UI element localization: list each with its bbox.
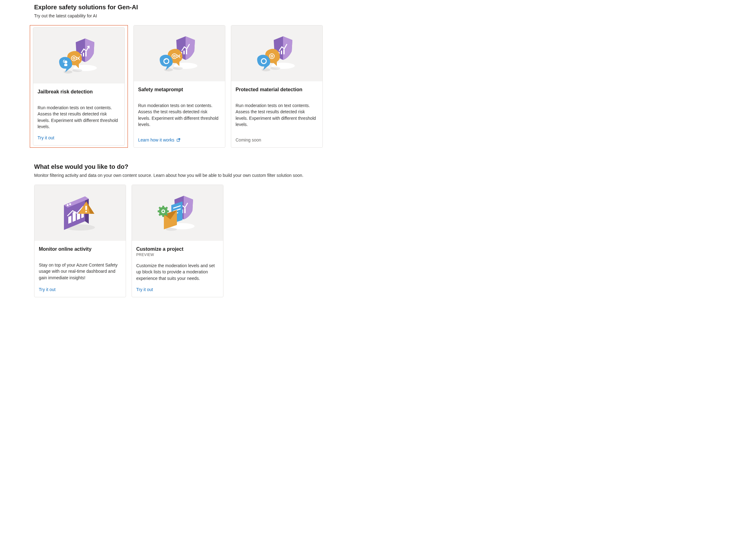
- svg-rect-5: [85, 51, 87, 56]
- coming-soon-label: Coming soon: [236, 137, 318, 142]
- svg-rect-4: [83, 53, 84, 56]
- section2-title: What else would you like to do?: [34, 163, 722, 170]
- svg-point-33: [85, 211, 87, 212]
- card-title: Monitor online activity: [39, 246, 121, 252]
- svg-point-35: [166, 228, 177, 231]
- card-customize-a-project[interactable]: Customize a project PREVIEW Customize th…: [131, 185, 223, 297]
- svg-point-8: [64, 60, 67, 64]
- learn-how-it-works-link[interactable]: Learn how it works: [138, 137, 221, 142]
- dashboard-icon: [55, 193, 105, 233]
- bubbles-shield-icon: [54, 36, 104, 76]
- card-description: Customize the moderation levels and set …: [136, 263, 219, 281]
- card-title: Safety metaprompt: [138, 87, 221, 93]
- svg-rect-45: [158, 210, 160, 212]
- svg-point-21: [262, 68, 270, 71]
- card-title: Protected material detection: [236, 87, 318, 93]
- section2-subtitle: Monitor filtering activity and data on y…: [34, 173, 722, 178]
- card-description: Run moderation tests on text contents. A…: [38, 105, 120, 130]
- try-it-out-link[interactable]: Try it out: [136, 287, 219, 292]
- svg-rect-43: [162, 206, 164, 207]
- svg-rect-14: [184, 50, 185, 54]
- card-protected-material-detection[interactable]: Protected material detection Run moderat…: [231, 25, 323, 148]
- card-hero-illustration: [134, 26, 225, 81]
- card-description: Run moderation tests on text contents. A…: [138, 103, 221, 127]
- card-jailbreak-risk-detection[interactable]: Jailbreak risk detection Run moderation …: [33, 27, 125, 145]
- preview-badge: PREVIEW: [136, 253, 219, 257]
- svg-rect-25: [283, 49, 285, 54]
- try-it-out-link[interactable]: Try it out: [39, 287, 121, 292]
- card-title: Jailbreak risk detection: [38, 89, 120, 95]
- card-hero-illustration: [132, 185, 223, 241]
- svg-rect-24: [281, 50, 282, 54]
- svg-rect-9: [64, 64, 67, 66]
- svg-point-30: [67, 204, 69, 206]
- svg-point-52: [162, 210, 164, 212]
- svg-point-2: [72, 69, 82, 72]
- svg-rect-38: [184, 208, 186, 213]
- card-hero-illustration: [231, 26, 323, 81]
- svg-rect-46: [167, 210, 169, 212]
- card-description: Run moderation tests on text contents. A…: [236, 103, 318, 127]
- customize-icon: [153, 193, 202, 233]
- svg-point-1: [64, 70, 72, 74]
- card-monitor-online-activity[interactable]: Monitor online activity Stay on top of y…: [34, 185, 126, 297]
- external-link-icon: [176, 138, 181, 142]
- try-it-out-link[interactable]: Try it out: [38, 135, 120, 140]
- svg-point-22: [270, 67, 280, 70]
- card-safety-metaprompt[interactable]: Safety metaprompt Run moderation tests o…: [133, 25, 225, 148]
- card-description: Stay on top of your Azure Content Safety…: [39, 262, 121, 281]
- section1-title: Explore safety solutions for Gen-AI: [34, 4, 722, 11]
- svg-point-31: [69, 203, 71, 205]
- card-title: Customize a project: [136, 246, 219, 252]
- svg-rect-32: [85, 206, 87, 210]
- card-hero-illustration: [33, 28, 124, 84]
- svg-point-11: [164, 68, 173, 71]
- bubbles-shield-icon: [252, 33, 302, 74]
- card-hero-illustration: [35, 185, 126, 241]
- section1-subtitle: Try out the latest capability for AI: [34, 13, 722, 18]
- link-label: Learn how it works: [138, 137, 175, 142]
- highlight-frame: Jailbreak risk detection Run moderation …: [30, 25, 128, 148]
- svg-point-12: [173, 67, 183, 70]
- svg-rect-44: [162, 215, 164, 217]
- svg-rect-15: [186, 49, 187, 54]
- section2-card-row: Monitor online activity Stay on top of y…: [34, 185, 722, 297]
- bubbles-shield-icon: [155, 33, 204, 74]
- section1-card-row: Jailbreak risk detection Run moderation …: [34, 25, 722, 148]
